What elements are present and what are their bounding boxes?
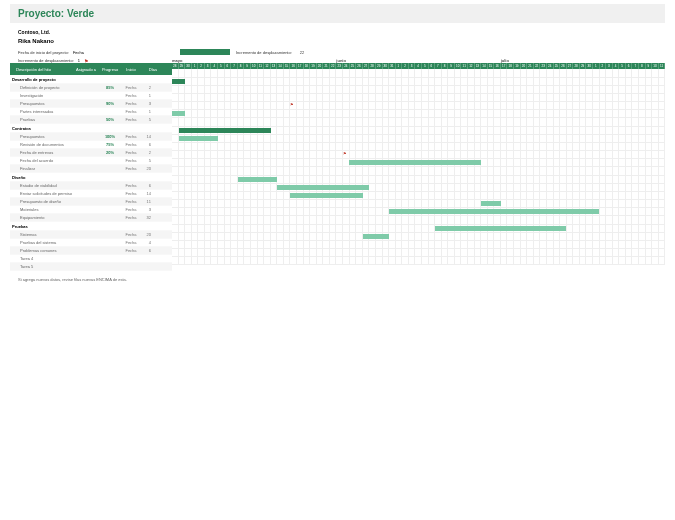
chart-row — [172, 176, 665, 184]
task-ini: Fecha — [121, 117, 141, 122]
col-desc: Descripción del hito — [14, 67, 74, 72]
phase-row[interactable]: Pruebas — [10, 222, 172, 231]
phase-row[interactable]: Desarrollo de proyecto — [10, 75, 172, 84]
task-ini: Fecha — [121, 134, 141, 139]
gantt-bar[interactable] — [435, 226, 566, 231]
chart-row — [172, 241, 665, 249]
task-row[interactable]: Enviar solicitudes de permisoFecha14 — [10, 190, 172, 198]
chart-row — [172, 86, 665, 94]
task-ini: Fecha — [121, 199, 141, 204]
task-dias: 4 — [141, 240, 159, 245]
chart-row — [172, 110, 665, 118]
chart-row — [172, 192, 665, 200]
task-ini: Fecha — [121, 85, 141, 90]
task-rows: Desarrollo de proyectoDefinición de proy… — [10, 75, 172, 271]
chart-row — [172, 167, 665, 176]
task-desc: Equipamiento — [10, 215, 74, 220]
phase-row[interactable]: Diseño — [10, 173, 172, 182]
chart-row: ⚑ — [172, 102, 665, 110]
chart-body: ⚑⚑ — [172, 69, 665, 265]
task-row[interactable]: Pruebas del sistemaFecha4 — [10, 239, 172, 247]
start-date-label: Fecha de inicio del proyecto: — [18, 50, 69, 56]
task-dias: 20 — [141, 232, 159, 237]
phase-row[interactable]: Contratos — [10, 124, 172, 133]
task-desc: Pruebas del sistema — [10, 240, 74, 245]
col-dias: Días — [141, 67, 159, 72]
task-ini: Fecha — [121, 232, 141, 237]
task-row[interactable]: InvestigaciónFecha1 — [10, 92, 172, 100]
company-name: Contoso, Ltd. — [18, 29, 657, 37]
task-desc: Fecha del acuerdo — [10, 158, 74, 163]
task-desc: Materiales — [10, 207, 74, 212]
task-row[interactable]: EquipamientoFecha32 — [10, 214, 172, 222]
task-dias: 2 — [141, 85, 159, 90]
task-desc: Enviar solicitudes de permiso — [10, 191, 74, 196]
gantt-bar[interactable] — [363, 234, 389, 239]
task-dias: 6 — [141, 248, 159, 253]
task-desc: Estudio de viabilidad — [10, 183, 74, 188]
task-dias: 5 — [141, 117, 159, 122]
gantt-bar[interactable] — [277, 185, 369, 190]
task-row[interactable]: Fecha de entrevos20%Fecha2 — [10, 149, 172, 157]
task-dias: 3 — [141, 207, 159, 212]
col-prog: Progreso — [99, 67, 121, 72]
task-row[interactable]: Tarea 5 — [10, 263, 172, 271]
chart-panel[interactable]: mayojuniojulio 2829301234567891011121314… — [172, 57, 665, 271]
task-ini: Fecha — [121, 240, 141, 245]
task-row[interactable]: Presupuesto de diseñoFecha11 — [10, 198, 172, 206]
task-dias: 5 — [141, 158, 159, 163]
gantt-bar[interactable] — [172, 111, 185, 116]
task-row[interactable]: Definición de proyecto85%Fecha2 — [10, 84, 172, 92]
milestone-flag-icon: ⚑ — [343, 151, 347, 156]
month-label: mayo — [172, 58, 336, 63]
gantt-bar[interactable] — [290, 193, 362, 198]
task-ini: Fecha — [121, 150, 141, 155]
task-row[interactable]: Estudio de viabilidadFecha6 — [10, 182, 172, 190]
task-dias: 20 — [141, 166, 159, 171]
chart-row — [172, 127, 665, 135]
project-title: Proyecto: Verde — [18, 8, 657, 19]
task-row[interactable]: MaterialesFecha3 — [10, 206, 172, 214]
task-dias: 3 — [141, 101, 159, 106]
task-row[interactable]: Revisión de documentos75%Fecha6 — [10, 141, 172, 149]
month-label: julio — [501, 58, 665, 63]
task-row[interactable]: Problemas comunesFecha6 — [10, 247, 172, 255]
task-desc: Finalizar — [10, 166, 74, 171]
task-ini: Fecha — [121, 142, 141, 147]
task-desc: Tarea 4 — [10, 256, 74, 261]
legend-text: Incremento de desplazamiento: — [236, 50, 292, 55]
gantt-bar[interactable] — [238, 177, 277, 182]
task-desc: Presupuestos — [10, 101, 74, 106]
task-ini: Fecha — [121, 207, 141, 212]
gantt-bar[interactable] — [349, 160, 480, 165]
gantt-bar[interactable] — [172, 79, 185, 84]
task-dias: 1 — [141, 109, 159, 114]
task-desc: Tarea 5 — [10, 264, 74, 269]
chart-row — [172, 200, 665, 208]
task-row[interactable]: SistemasFecha20 — [10, 231, 172, 239]
task-row[interactable]: Tarea 4 — [10, 255, 172, 263]
chart-row — [172, 233, 665, 241]
task-row[interactable]: FinalizarFecha20 — [10, 165, 172, 173]
task-desc: Presupuesto de diseño — [10, 199, 74, 204]
task-row[interactable]: Pruebas50%Fecha5 — [10, 116, 172, 124]
task-ini: Fecha — [121, 166, 141, 171]
task-desc: Fecha de entrevos — [10, 150, 74, 155]
column-headers: Descripción del hito Asignado a Progreso… — [10, 63, 172, 75]
legend-bar — [180, 49, 230, 55]
task-row[interactable]: Fecha del acuerdoFecha5 — [10, 157, 172, 165]
gantt-bar[interactable] — [179, 128, 271, 133]
legend: Incremento de desplazamiento: 22 — [180, 49, 665, 55]
task-row[interactable]: Presupuestos100%Fecha14 — [10, 133, 172, 141]
gantt-bar[interactable] — [179, 136, 218, 141]
chart-row — [172, 208, 665, 216]
gantt-bar[interactable] — [389, 209, 599, 214]
task-desc: Diseño — [10, 175, 74, 180]
task-row[interactable]: Presupuestos90%Fecha3 — [10, 100, 172, 108]
task-row[interactable]: Partes interesadasFecha1 — [10, 108, 172, 116]
footer-note: Si agrega nuevos datos, revise filas nue… — [10, 271, 665, 288]
gantt-bar[interactable] — [481, 201, 501, 206]
legend-num: 22 — [300, 50, 304, 55]
task-prog: 90% — [99, 101, 121, 106]
task-dias: 6 — [141, 142, 159, 147]
